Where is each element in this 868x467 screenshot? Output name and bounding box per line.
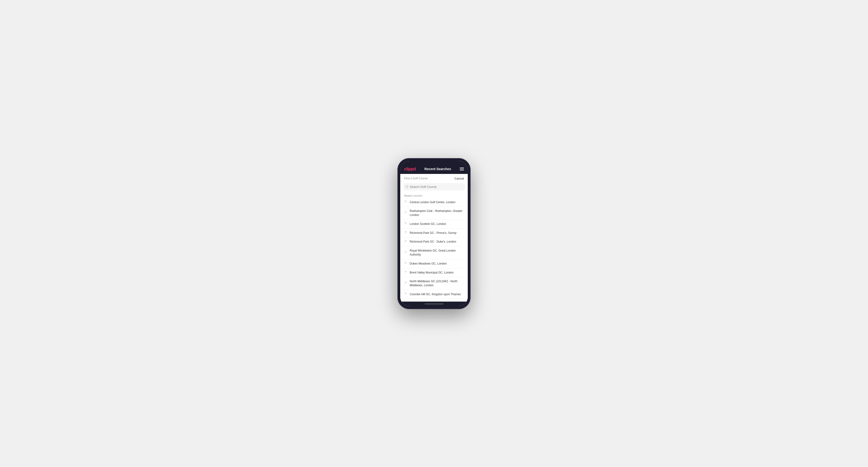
nearby-label: Nearby courses xyxy=(400,193,468,198)
find-title: Find a Golf Course xyxy=(404,177,428,180)
status-bar xyxy=(400,161,468,164)
find-header: Find a Golf Course Cancel xyxy=(400,174,468,182)
phone-device: clippd Recent Searches Find a Golf Cours… xyxy=(397,158,471,309)
home-indicator xyxy=(400,302,468,306)
course-name: North Middlesex GC (1011942 - North Midd… xyxy=(410,279,464,287)
course-name: Central London Golf Centre, London xyxy=(410,200,455,205)
search-container xyxy=(400,182,468,193)
course-list-item[interactable]: Dukes Meadows GC, London xyxy=(400,259,468,268)
cancel-button[interactable]: Cancel xyxy=(455,177,464,180)
course-list-item[interactable]: London Scottish GC, London xyxy=(400,220,468,229)
location-pin-icon xyxy=(404,211,407,215)
course-list-item[interactable]: North Middlesex GC (1011942 - North Midd… xyxy=(400,277,468,290)
course-list-item[interactable]: Royal Wimbledon GC, Great London Authori… xyxy=(400,246,468,259)
app-logo: clippd xyxy=(404,166,416,172)
hamburger-icon[interactable] xyxy=(460,167,464,170)
location-pin-icon xyxy=(404,262,407,266)
course-name: Royal Wimbledon GC, Great London Authori… xyxy=(410,249,464,257)
search-input[interactable] xyxy=(410,185,463,189)
home-bar xyxy=(425,304,443,304)
course-name: Brent Valley Municipal GC, London xyxy=(410,271,454,275)
course-list-item[interactable]: Richmond Park GC - Prince's, Surrey xyxy=(400,229,468,238)
course-name: Richmond Park GC - Duke's, London xyxy=(410,240,456,244)
course-list-item[interactable]: Central London Golf Centre, London xyxy=(400,198,468,207)
course-name: Roehampton Club - Roehampton, Greater Lo… xyxy=(410,209,464,217)
svg-point-2 xyxy=(405,201,406,201)
svg-point-11 xyxy=(405,293,406,293)
course-name: Richmond Park GC - Prince's, Surrey xyxy=(410,231,457,235)
search-icon xyxy=(405,185,408,188)
course-name: Dukes Meadows GC, London xyxy=(410,262,447,266)
svg-point-8 xyxy=(405,262,406,263)
location-pin-icon xyxy=(404,231,407,235)
course-list-item[interactable]: Roehampton Club - Roehampton, Greater Lo… xyxy=(400,207,468,220)
location-pin-icon xyxy=(404,292,407,296)
course-list-item[interactable]: Richmond Park GC - Duke's, London xyxy=(400,238,468,246)
location-pin-icon xyxy=(404,240,407,244)
course-name: London Scottish GC, London xyxy=(410,222,446,226)
svg-point-7 xyxy=(405,252,406,252)
top-nav: clippd Recent Searches xyxy=(400,164,468,174)
location-pin-icon xyxy=(404,271,407,275)
nearby-section: Nearby courses Central London Golf Centr… xyxy=(400,193,468,302)
location-pin-icon xyxy=(404,222,407,226)
search-box xyxy=(403,183,465,190)
location-pin-icon xyxy=(404,200,407,204)
location-pin-icon xyxy=(404,251,407,255)
svg-point-3 xyxy=(405,212,406,212)
svg-point-6 xyxy=(405,241,406,241)
nav-title: Recent Searches xyxy=(425,167,451,171)
svg-point-5 xyxy=(405,232,406,232)
course-name: Coombe Hill GC, Kingston upon Thames xyxy=(410,292,461,297)
course-list-item[interactable]: Brent Valley Municipal GC, London xyxy=(400,268,468,277)
svg-point-10 xyxy=(405,282,406,283)
content-area: Find a Golf Course Cancel Nearby xyxy=(400,174,468,302)
course-list: Central London Golf Centre, LondonRoeham… xyxy=(400,198,468,299)
svg-line-1 xyxy=(407,187,408,188)
location-pin-icon xyxy=(404,282,407,285)
svg-point-9 xyxy=(405,271,406,272)
course-list-item[interactable]: Coombe Hill GC, Kingston upon Thames xyxy=(400,290,468,299)
phone-screen: clippd Recent Searches Find a Golf Cours… xyxy=(400,161,468,306)
svg-point-4 xyxy=(405,223,406,223)
